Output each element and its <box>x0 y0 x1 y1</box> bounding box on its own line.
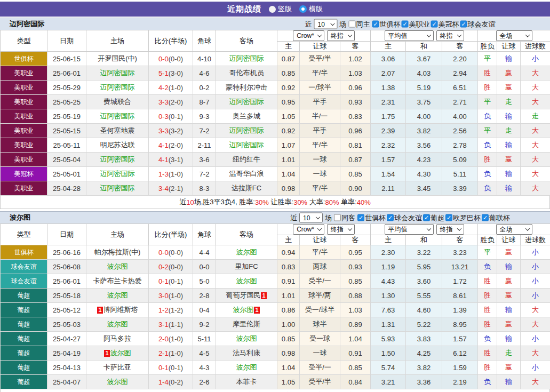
result-winloss: 负 <box>478 375 497 389</box>
away-team[interactable]: 波尔图 <box>236 277 257 285</box>
result-handicap: 输 <box>497 332 521 346</box>
final-odds-select-1[interactable]: 终指 <box>327 30 355 41</box>
radio-unchecked-icon[interactable] <box>269 6 276 13</box>
home-team[interactable]: 波尔图 <box>107 291 128 299</box>
home-team-cell: 阿马多拉 <box>86 332 149 346</box>
average-odds-select[interactable]: 平均值 <box>385 30 434 41</box>
league-checkbox[interactable] <box>460 21 467 28</box>
away-team[interactable]: 奥兰多城 <box>233 112 260 120</box>
away-team[interactable]: 波尔图 <box>233 306 253 314</box>
europe-odds-group: 平均值 终指 <box>371 30 478 42</box>
away-team[interactable]: 迈阿密国际 <box>229 126 264 134</box>
home-team[interactable]: 波尔图 <box>107 320 128 328</box>
corner-score: 8-3 <box>193 181 216 196</box>
league-filter[interactable]: 世俱杯 <box>372 19 401 29</box>
league-label: 美冠杯 <box>439 19 459 29</box>
league-checkbox[interactable] <box>402 21 409 28</box>
league-filter[interactable]: 欧罗巴杯 <box>445 213 481 222</box>
away-team[interactable]: 摩里伦斯 <box>233 320 260 328</box>
final-odds-select-2[interactable]: 终指 <box>436 30 464 41</box>
match-count-select[interactable]: 10 <box>299 213 323 223</box>
league-checkbox[interactable] <box>445 214 452 221</box>
home-team[interactable]: 卡萨比亚 <box>103 363 131 371</box>
away-team[interactable]: 达拉斯FC <box>232 184 261 192</box>
home-team[interactable]: 博阿维斯塔 <box>103 306 138 314</box>
league-filter[interactable]: 球会友谊 <box>387 213 422 222</box>
away-team[interactable]: 波尔图 <box>236 248 257 256</box>
league-checkbox[interactable] <box>423 214 430 221</box>
home-team[interactable]: 迈阿密国际 <box>100 69 135 77</box>
corner-score: 4-3 <box>193 361 216 375</box>
summary-segment: 30% <box>255 198 269 206</box>
subcol-crow-away: 客 <box>340 42 371 52</box>
away-team[interactable]: 波尔图 <box>236 334 257 342</box>
home-team[interactable]: 波尔图 <box>110 349 131 357</box>
home-team[interactable]: 开罗国民(中) <box>98 54 137 62</box>
away-team[interactable]: 里加FC <box>235 262 258 270</box>
final-odds-select-1[interactable]: 终指 <box>327 224 355 235</box>
odds-company-select[interactable]: Crow* <box>293 224 324 235</box>
crow-handicap: 受一球 <box>300 332 340 346</box>
radio-checked-icon[interactable] <box>299 5 307 13</box>
home-team[interactable]: 波尔图 <box>107 378 128 386</box>
col-header-type: 类型 <box>1 224 47 245</box>
away-team[interactable]: 本菲卡 <box>236 378 257 386</box>
home-team[interactable]: 迈阿密国际 <box>100 83 135 91</box>
layout-vertical-option[interactable]: 竖版 <box>269 4 292 14</box>
league-filter[interactable]: 球会友谊 <box>460 19 496 29</box>
home-team[interactable]: 波尔图 <box>107 262 128 270</box>
same-venue-checkbox[interactable] <box>334 214 341 221</box>
league-filter[interactable]: 美职业 <box>402 19 430 29</box>
halftime-score: (2-0) <box>169 98 183 106</box>
home-team[interactable]: 迈阿密国际 <box>100 112 135 120</box>
league-checkbox[interactable] <box>482 214 489 221</box>
competition-cell: 世俱杯 <box>1 245 47 260</box>
competition-cell: 美职业 <box>1 124 47 138</box>
full-match-select[interactable]: 全场 <box>496 224 532 235</box>
home-team[interactable]: 迈阿密国际 <box>100 155 135 163</box>
layout-horizontal-option[interactable]: 横版 <box>299 4 323 14</box>
odds-company-select[interactable]: Crow* <box>293 30 324 41</box>
full-match-select[interactable]: 全场 <box>496 30 532 41</box>
match-count-select[interactable]: 10 <box>314 19 338 29</box>
home-team[interactable]: 圣何塞地震 <box>100 126 135 134</box>
league-filter[interactable]: 美冠杯 <box>431 19 459 29</box>
final-odds-select-2[interactable]: 终指 <box>436 224 464 235</box>
handicap-odds-group: Crow* 终指 <box>277 30 371 42</box>
same-venue-filter[interactable]: 同主 <box>349 19 370 29</box>
home-team[interactable]: 明尼苏达联 <box>100 141 135 149</box>
away-team[interactable]: 温哥华白浪 <box>229 170 264 178</box>
league-filter[interactable]: 葡联杯 <box>482 213 510 222</box>
home-team[interactable]: 费城联合 <box>103 98 131 106</box>
same-venue-filter[interactable]: 同客 <box>334 213 355 222</box>
away-team[interactable]: 蒙特利尔冲击 <box>226 83 267 91</box>
home-team[interactable]: 迈阿密国际 <box>100 170 135 178</box>
result-winloss: 负 <box>478 138 497 153</box>
away-team[interactable]: 葡萄牙国民 <box>226 291 260 299</box>
away-team[interactable]: 迈阿密国际 <box>229 54 264 62</box>
league-checkbox[interactable] <box>387 214 394 221</box>
away-team[interactable]: 纽约红牛 <box>233 155 260 163</box>
score-cell: 0-1(0-1) <box>149 274 193 289</box>
team-name: 迈阿密国际 <box>10 19 44 29</box>
avg-home-odds: 1.75 <box>371 109 406 124</box>
home-team[interactable]: 迈阿密国际 <box>100 184 135 192</box>
league-checkbox[interactable] <box>357 214 364 221</box>
league-filter[interactable]: 世俱杯 <box>357 213 386 222</box>
fulltime-score: 0-2 <box>158 263 169 271</box>
league-checkbox[interactable] <box>431 21 438 28</box>
away-team[interactable]: 法马利康 <box>233 349 260 357</box>
average-odds-select[interactable]: 平均值 <box>385 224 434 235</box>
home-team[interactable]: 阿马多拉 <box>103 334 131 342</box>
match-date: 25-06-15 <box>47 52 86 66</box>
away-team[interactable]: 哥伦布机员 <box>229 69 264 77</box>
league-filter[interactable]: 葡超 <box>423 213 444 222</box>
home-team[interactable]: 帕尔梅拉斯(中) <box>94 248 141 256</box>
away-team[interactable]: 迈阿密国际 <box>229 98 264 106</box>
result-handicap: 赢 <box>497 289 521 303</box>
home-team[interactable]: 卡萨布兰卡热爱 <box>93 277 142 285</box>
league-checkbox[interactable] <box>372 21 379 28</box>
away-team[interactable]: 波尔图 <box>236 363 257 371</box>
same-venue-checkbox[interactable] <box>349 21 356 28</box>
away-team[interactable]: 迈阿密国际 <box>229 141 264 149</box>
